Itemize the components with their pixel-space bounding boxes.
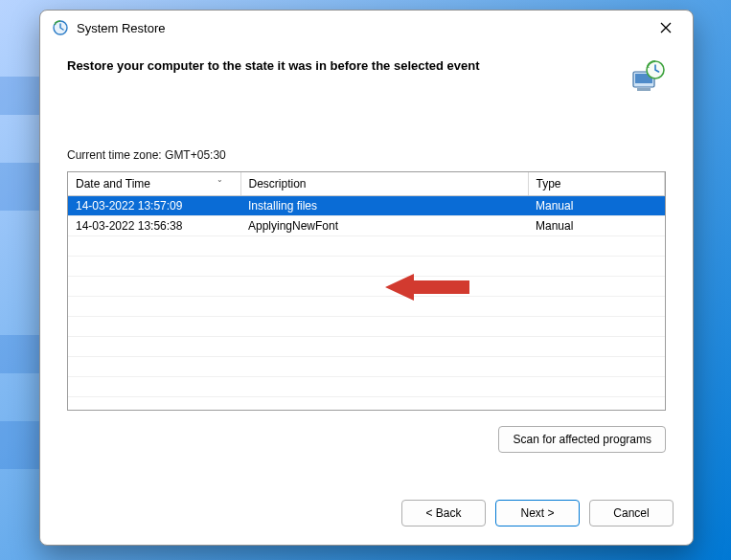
table-row <box>68 256 665 276</box>
table-cell: Installing files <box>240 195 528 215</box>
back-button[interactable]: < Back <box>401 500 486 526</box>
column-header-description[interactable]: Description <box>240 172 528 195</box>
table-cell: ApplyingNewFont <box>240 215 528 235</box>
system-restore-dialog: System Restore Restore your computer to … <box>39 10 694 546</box>
table-row <box>68 336 665 356</box>
column-header-label: Date and Time <box>76 177 150 190</box>
system-restore-icon <box>52 19 69 36</box>
table-row[interactable]: 14-03-2022 13:56:38ApplyingNewFontManual <box>68 215 665 235</box>
close-icon <box>660 21 672 35</box>
scan-affected-programs-button[interactable]: Scan for affected programs <box>498 426 666 453</box>
table-row <box>68 396 665 411</box>
table-cell: Manual <box>528 215 665 235</box>
table-cell: Manual <box>528 195 665 215</box>
table-cell: 14-03-2022 13:56:38 <box>68 215 240 235</box>
column-header-datetime[interactable]: Date and Time ⌄ <box>68 172 240 195</box>
table-header-row[interactable]: Date and Time ⌄ Description Type <box>68 172 665 195</box>
dialog-content: Restore your computer to the state it wa… <box>40 45 693 491</box>
svg-rect-3 <box>637 88 651 91</box>
page-heading: Restore your computer to the state it wa… <box>67 58 628 73</box>
table-row <box>68 316 665 336</box>
table-row <box>68 356 665 376</box>
column-header-type[interactable]: Type <box>528 172 665 195</box>
restore-wizard-icon <box>628 58 666 97</box>
table-row <box>68 296 665 316</box>
close-button[interactable] <box>647 14 685 41</box>
table-row <box>68 376 665 396</box>
cancel-button[interactable]: Cancel <box>589 500 674 526</box>
sort-indicator-icon: ⌄ <box>217 175 223 184</box>
dialog-footer: < Back Next > Cancel <box>40 491 693 545</box>
table-row <box>68 235 665 256</box>
table-cell: 14-03-2022 13:57:09 <box>68 195 240 215</box>
restore-points-table[interactable]: Date and Time ⌄ Description Type 14-03-2… <box>67 171 666 411</box>
table-row[interactable]: 14-03-2022 13:57:09Installing filesManua… <box>68 195 665 215</box>
table-row <box>68 276 665 296</box>
window-title: System Restore <box>77 21 647 35</box>
next-button[interactable]: Next > <box>495 500 580 526</box>
timezone-label: Current time zone: GMT+05:30 <box>67 148 666 162</box>
titlebar: System Restore <box>40 11 693 45</box>
